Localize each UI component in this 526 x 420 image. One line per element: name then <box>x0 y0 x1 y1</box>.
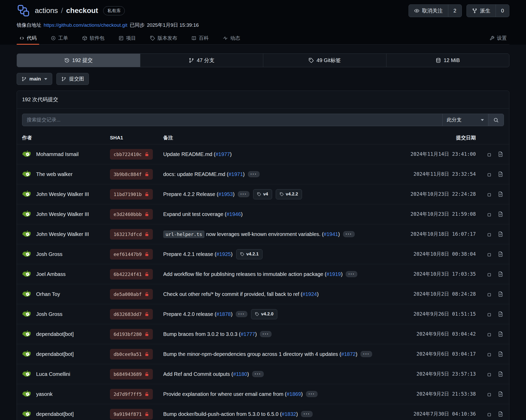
commit-sha-link[interactable]: 163217dfcd <box>110 229 153 240</box>
avatar[interactable] <box>22 249 32 259</box>
forks-count[interactable]: 0 <box>496 5 509 17</box>
tab-settings[interactable]: 设置 <box>487 32 509 44</box>
commit-author[interactable]: John Wesley Walker III <box>36 231 89 237</box>
tab-book[interactable]: 百科 <box>189 32 211 44</box>
commit-sha-link[interactable]: d632683dd7 <box>110 309 153 320</box>
commit-sha-link[interactable]: e3d2460bbb <box>110 209 153 220</box>
avatar[interactable] <box>22 149 32 159</box>
pr-link[interactable]: #1946 <box>226 211 241 217</box>
commit-sha-link[interactable]: db0cee9a51 <box>110 349 153 360</box>
commit-author[interactable]: Joel Ambass <box>36 271 65 277</box>
tab-package[interactable]: 软件包 <box>80 32 107 44</box>
expand-message-button[interactable]: ··· <box>236 311 247 317</box>
pr-link[interactable]: #1941 <box>324 231 338 237</box>
avatar[interactable] <box>22 409 32 419</box>
commit-author[interactable]: Luca Comellini <box>36 371 70 377</box>
copy-sha-icon[interactable] <box>486 231 491 237</box>
copy-sha-icon[interactable] <box>486 411 491 417</box>
pr-link[interactable]: #1924 <box>303 291 317 297</box>
avatar[interactable] <box>22 369 32 379</box>
copy-sha-icon[interactable] <box>486 291 491 297</box>
pr-link[interactable]: #1971 <box>228 171 243 177</box>
expand-message-button[interactable]: ··· <box>360 351 372 357</box>
pr-link[interactable]: #1977 <box>215 151 230 157</box>
pr-link[interactable]: #1180 <box>233 371 247 377</box>
commit-author[interactable]: Josh Gross <box>36 251 62 257</box>
avatar[interactable] <box>22 329 32 339</box>
avatar[interactable] <box>22 349 32 359</box>
copy-sha-icon[interactable] <box>486 151 491 157</box>
expand-message-button[interactable]: ··· <box>306 391 318 397</box>
stat-database[interactable]: 12 MiB <box>386 54 509 67</box>
pr-link[interactable]: #1869 <box>287 391 301 397</box>
view-file-at-commit-icon[interactable] <box>498 371 503 377</box>
commit-sha-link[interactable]: 3b9b8c884f <box>110 169 153 180</box>
commit-author[interactable]: John Wesley Walker III <box>36 211 89 217</box>
avatar[interactable] <box>22 289 32 299</box>
commit-graph-button[interactable]: 提交图 <box>56 73 89 85</box>
avatar[interactable] <box>22 309 32 319</box>
pr-link[interactable]: #1872 <box>341 351 356 357</box>
pr-link[interactable]: #1878 <box>216 311 231 317</box>
commit-search-input[interactable] <box>22 114 442 126</box>
view-file-at-commit-icon[interactable] <box>498 331 503 337</box>
repo-owner-link[interactable]: actions <box>35 6 58 15</box>
search-scope-dropdown[interactable]: 此分支 <box>442 114 488 126</box>
tag-button[interactable]: v4.2.0 <box>251 309 277 319</box>
view-file-at-commit-icon[interactable] <box>498 211 503 217</box>
view-file-at-commit-icon[interactable] <box>498 271 503 277</box>
pr-link[interactable]: #1925 <box>216 251 231 257</box>
view-file-at-commit-icon[interactable] <box>498 251 503 257</box>
copy-sha-icon[interactable] <box>486 311 491 317</box>
commit-sha-link[interactable]: cbb722410c <box>110 149 153 160</box>
commit-author[interactable]: dependabot[bot] <box>36 411 74 417</box>
view-file-at-commit-icon[interactable] <box>498 191 503 197</box>
copy-sha-icon[interactable] <box>486 251 491 257</box>
avatar[interactable] <box>22 169 32 179</box>
commit-sha-link[interactable]: de5a000abf <box>110 289 153 300</box>
stat-history[interactable]: 192 提交 <box>17 54 140 67</box>
search-button[interactable] <box>488 114 504 126</box>
branch-selector[interactable]: main <box>17 73 52 85</box>
commit-author[interactable]: Mohammad Ismail <box>36 151 78 157</box>
expand-message-button[interactable]: ··· <box>346 271 357 277</box>
pr-link[interactable]: #1919 <box>326 271 341 277</box>
unwatch-button[interactable]: 取消关注 2 <box>409 4 462 17</box>
commit-author[interactable]: yasonk <box>36 391 52 397</box>
fork-button[interactable]: 派生 0 <box>466 4 509 17</box>
commit-author[interactable]: dependabot[bot] <box>36 331 74 337</box>
commit-sha-link[interactable]: 2d7d9f7ff5 <box>110 389 153 399</box>
pr-link[interactable]: #1953 <box>218 191 233 197</box>
commit-sha-link[interactable]: eef61447b9 <box>110 249 153 260</box>
avatar[interactable] <box>22 189 32 199</box>
view-file-at-commit-icon[interactable] <box>498 391 503 397</box>
repo-name-link[interactable]: checkout <box>66 6 98 15</box>
commit-sha-link[interactable]: 6b42224f41 <box>110 269 153 280</box>
commit-sha-link[interactable]: 6d193bf280 <box>110 329 153 340</box>
stat-branch[interactable]: 47 分支 <box>140 54 263 67</box>
tab-tag[interactable]: 版本发布 <box>147 32 180 44</box>
copy-sha-icon[interactable] <box>486 211 491 217</box>
commit-author[interactable]: The web walker <box>36 171 73 177</box>
commit-author[interactable]: John Wesley Walker III <box>36 191 89 197</box>
stat-tag[interactable]: 49 Git标签 <box>263 54 386 67</box>
mirror-url-link[interactable]: https://github.com/actions/checkout.git <box>44 22 127 28</box>
watchers-count[interactable]: 2 <box>448 5 462 17</box>
tab-code[interactable]: 代码 <box>17 32 39 44</box>
expand-message-button[interactable]: ··· <box>252 371 264 377</box>
view-file-at-commit-icon[interactable] <box>498 411 503 417</box>
expand-message-button[interactable]: ··· <box>343 231 355 237</box>
tab-pulse[interactable]: 动态 <box>220 32 243 44</box>
commit-sha-link[interactable]: 9a9194f871 <box>110 409 153 419</box>
expand-message-button[interactable]: ··· <box>301 411 313 417</box>
commit-sha-link[interactable]: b684943689 <box>110 369 153 380</box>
commit-author[interactable]: Josh Gross <box>36 311 62 317</box>
tab-issue[interactable]: 工单 <box>48 32 71 44</box>
avatar[interactable] <box>22 269 32 279</box>
copy-sha-icon[interactable] <box>486 371 491 377</box>
commit-author[interactable]: dependabot[bot] <box>36 351 74 357</box>
copy-sha-icon[interactable] <box>486 271 491 277</box>
commit-sha-link[interactable]: 11bd71901b <box>110 189 153 200</box>
pr-link[interactable]: #1777 <box>241 331 255 337</box>
avatar[interactable] <box>22 389 32 399</box>
